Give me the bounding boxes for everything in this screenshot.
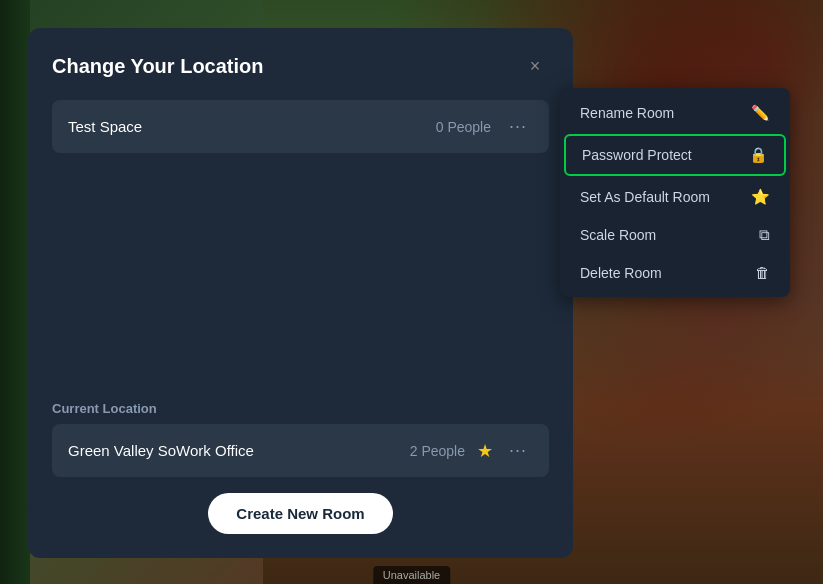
current-room-people: 2 People	[410, 443, 465, 459]
current-location-label: Current Location	[52, 401, 549, 416]
current-room-name: Green Valley SoWork Office	[68, 442, 410, 459]
edit-icon: ✏️	[751, 104, 770, 122]
dialog-header: Change Your Location ×	[52, 52, 549, 80]
change-location-dialog: Change Your Location × Test Space 0 Peop…	[28, 28, 573, 558]
menu-password-label: Password Protect	[582, 147, 749, 163]
room-list: Test Space 0 People ···	[52, 100, 549, 401]
close-button[interactable]: ×	[521, 52, 549, 80]
room-name: Test Space	[68, 118, 436, 135]
star-icon: ⭐	[751, 188, 770, 206]
favorite-star-icon: ★	[477, 440, 493, 462]
scale-icon: ⧉	[759, 226, 770, 244]
unavailable-badge: Unavailable	[373, 566, 450, 584]
menu-item-set-default[interactable]: Set As Default Room ⭐	[564, 178, 786, 216]
menu-default-label: Set As Default Room	[580, 189, 751, 205]
menu-item-password-protect[interactable]: Password Protect 🔒	[564, 134, 786, 176]
create-new-room-button[interactable]: Create New Room	[208, 493, 392, 534]
menu-scale-label: Scale Room	[580, 227, 759, 243]
context-menu: Rename Room ✏️ Password Protect 🔒 Set As…	[560, 88, 790, 297]
room-item[interactable]: Test Space 0 People ···	[52, 100, 549, 153]
dialog-title: Change Your Location	[52, 55, 264, 78]
menu-item-delete[interactable]: Delete Room 🗑	[564, 254, 786, 291]
menu-item-scale[interactable]: Scale Room ⧉	[564, 216, 786, 254]
current-location-section: Current Location Green Valley SoWork Off…	[52, 401, 549, 534]
trash-icon: 🗑	[755, 264, 770, 281]
room-options-button[interactable]: ···	[503, 114, 533, 139]
create-room-container: Create New Room	[52, 493, 549, 534]
lock-icon: 🔒	[749, 146, 768, 164]
current-room-options-button[interactable]: ···	[503, 438, 533, 463]
room-people-count: 0 People	[436, 119, 491, 135]
menu-rename-label: Rename Room	[580, 105, 751, 121]
current-room-item[interactable]: Green Valley SoWork Office 2 People ★ ··…	[52, 424, 549, 477]
menu-item-rename[interactable]: Rename Room ✏️	[564, 94, 786, 132]
menu-delete-label: Delete Room	[580, 265, 755, 281]
